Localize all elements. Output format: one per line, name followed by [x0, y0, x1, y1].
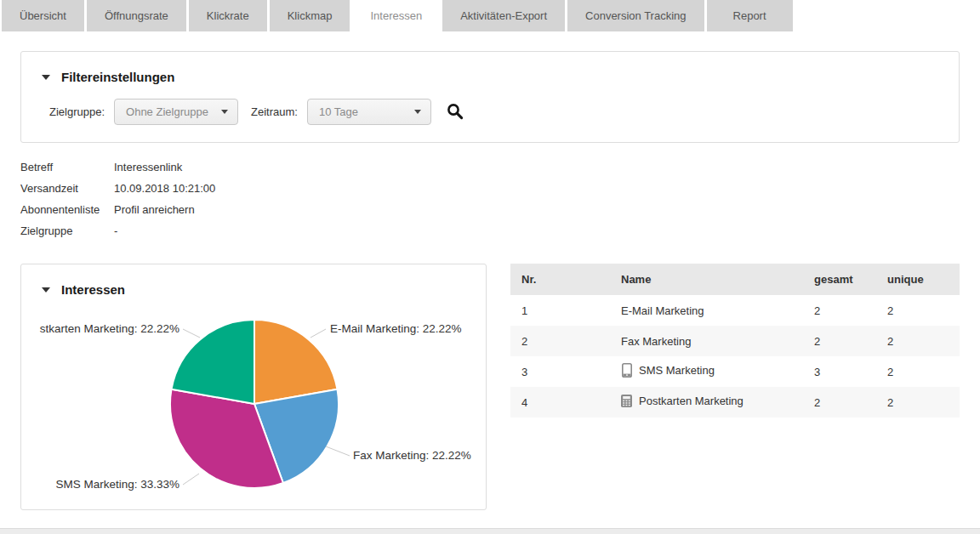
detail-value: 10.09.2018 10:21:00 — [114, 182, 215, 195]
calculator-icon — [621, 395, 632, 407]
tab-ffnungsrate[interactable]: Öffnungsrate — [87, 0, 186, 31]
cell-nr: 2 — [510, 326, 610, 356]
tab-report[interactable]: Report — [707, 0, 793, 31]
pie-label-fax: Fax Marketing: 22.22% — [353, 449, 471, 462]
cell-unique: 2 — [876, 326, 960, 356]
zeitraum-label: Zeitraum: — [251, 105, 298, 118]
tab-klickmap[interactable]: Klickmap — [270, 0, 350, 31]
detail-row-betreff: BetreffInteressenlink — [20, 156, 215, 178]
table-row: 2Fax Marketing22 — [510, 326, 960, 356]
detail-label: Versandzeit — [20, 178, 114, 199]
zielgruppe-select-value: Ohne Zielgruppe — [126, 105, 208, 118]
column-header-nr: Nr. — [510, 264, 610, 295]
detail-row-abonnentenliste: AbonnentenlisteProfil anreichern — [20, 199, 215, 220]
zeitraum-select-value: 10 Tage — [319, 105, 358, 118]
tab-conversion-tracking[interactable]: Conversion Tracking — [567, 0, 704, 31]
tab-klickrate[interactable]: Klickrate — [189, 0, 267, 31]
detail-label: Betreff — [20, 156, 114, 178]
tab-bar: ÜbersichtÖffnungsrateKlickrateKlickmapIn… — [0, 0, 793, 31]
filter-controls: Zielgruppe: Ohne Zielgruppe Zeitraum: 10… — [49, 99, 959, 125]
interest-name: SMS Marketing — [639, 364, 715, 377]
detail-value: Profil anreichern — [114, 203, 195, 216]
column-header-name: Name — [610, 264, 803, 295]
cell-gesamt: 2 — [803, 326, 876, 356]
cell-gesamt: 2 — [803, 387, 876, 418]
zeitraum-select[interactable]: 10 Tage — [307, 99, 431, 125]
cell-unique: 2 — [876, 387, 960, 418]
interest-name: Postkarten Marketing — [639, 395, 744, 407]
zielgruppe-select[interactable]: Ohne Zielgruppe — [114, 99, 238, 125]
pie-label-email: E-Mail Marketing: 22.22% — [330, 322, 462, 335]
footer-strip — [0, 528, 980, 534]
detail-row-zielgruppe: Zielgruppe- — [20, 220, 215, 241]
magnifier-icon — [447, 103, 464, 120]
label-connector — [326, 446, 350, 456]
interest-name: Fax Marketing — [621, 335, 691, 348]
filter-panel-head: Filtereinstellungen — [21, 52, 959, 84]
cell-name: Postkarten Marketing — [610, 387, 803, 418]
label-connector — [311, 329, 326, 338]
tab-interessen[interactable]: Interessen — [352, 0, 440, 31]
collapse-triangle-icon[interactable] — [42, 75, 50, 80]
label-connector — [183, 329, 200, 338]
table-row: 3SMS Marketing32 — [510, 356, 960, 387]
cell-gesamt: 3 — [803, 356, 876, 387]
cell-unique: 2 — [876, 356, 960, 387]
cell-name: SMS Marketing — [610, 356, 803, 387]
interests-pie-chart: stkarten Marketing: 22.22% E-Mail Market… — [21, 264, 486, 509]
table-row: 4Postkarten Marketing22 — [510, 387, 960, 418]
cell-nr: 4 — [510, 387, 610, 418]
interests-table: Nr.Namegesamtunique 1E-Mail Marketing222… — [510, 264, 960, 418]
detail-value: - — [114, 224, 117, 237]
cell-unique: 2 — [876, 295, 960, 326]
chevron-down-icon — [414, 110, 421, 114]
filter-panel-title: Filtereinstellungen — [61, 70, 174, 84]
tab-aktivit-ten-export[interactable]: Aktivitäten-Export — [442, 0, 565, 31]
search-button[interactable] — [447, 103, 464, 122]
interest-name: E-Mail Marketing — [621, 304, 704, 317]
detail-row-versandzeit: Versandzeit10.09.2018 10:21:00 — [20, 178, 215, 199]
chevron-down-icon — [221, 110, 228, 114]
detail-label: Zielgruppe — [20, 220, 114, 241]
mailing-details: BetreffInteressenlinkVersandzeit10.09.20… — [20, 156, 215, 241]
table-header-row: Nr.Namegesamtunique — [510, 264, 960, 295]
column-header-gesamt: gesamt — [803, 264, 876, 295]
zielgruppe-label: Zielgruppe: — [49, 105, 105, 118]
interests-panel: Interessen stkarten Marketing: 22.22% E-… — [20, 264, 487, 510]
detail-label: Abonnentenliste — [20, 199, 114, 220]
pie-label-sms: SMS Marketing: 33.33% — [55, 478, 179, 491]
cell-gesamt: 2 — [803, 295, 876, 326]
phone-icon — [621, 363, 632, 378]
interessen-report-page: ÜbersichtÖffnungsrateKlickrateKlickmapIn… — [0, 0, 980, 534]
table-row: 1E-Mail Marketing22 — [510, 295, 960, 326]
pie-slice-postkarten-marketing[interactable] — [172, 320, 255, 404]
filter-panel: Filtereinstellungen Zielgruppe: Ohne Zie… — [20, 51, 960, 143]
column-header-unique: unique — [876, 264, 960, 295]
pie-label-postkarten: stkarten Marketing: 22.22% — [40, 322, 179, 335]
tab-bersicht[interactable]: Übersicht — [2, 0, 84, 31]
label-connector — [183, 474, 199, 485]
cell-name: E-Mail Marketing — [610, 295, 803, 326]
cell-nr: 3 — [510, 356, 610, 387]
detail-value: Interessenlink — [114, 161, 182, 173]
cell-name: Fax Marketing — [610, 326, 803, 356]
cell-nr: 1 — [510, 295, 610, 326]
